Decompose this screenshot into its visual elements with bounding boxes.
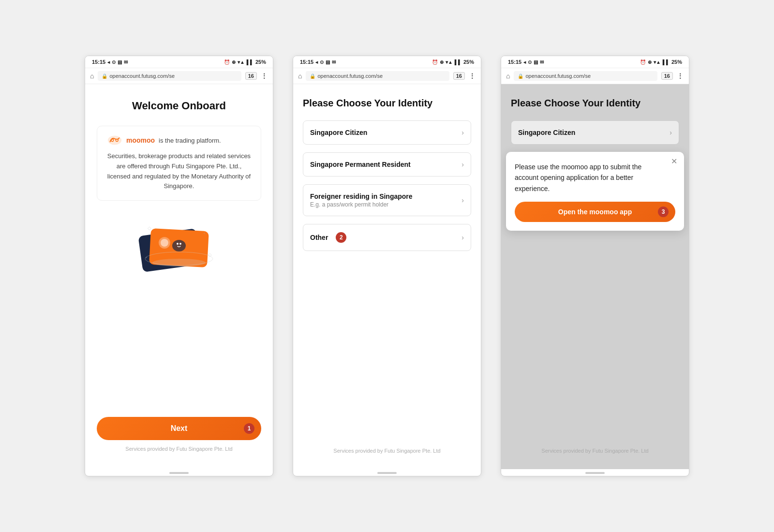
more-menu-1[interactable]: ⋮ — [261, 72, 268, 80]
welcome-card: moomoo is the trading platform. Securiti… — [97, 126, 261, 201]
message-icon-3: ✉ — [540, 59, 544, 65]
step-badge-3: 3 — [658, 207, 669, 217]
option-citizen-3: Singapore Citizen › — [511, 120, 679, 145]
step-badge-1: 1 — [244, 423, 254, 434]
message-icon-2: ✉ — [332, 59, 336, 65]
moomoo-logo-icon — [107, 135, 122, 146]
alarm-icon-2: ⏰ — [432, 59, 438, 65]
wifi-icon: ▾▲ — [238, 59, 245, 65]
home-icon-3[interactable]: ⌂ — [506, 72, 510, 80]
chevron-citizen-3: › — [670, 129, 672, 136]
tab-count-3[interactable]: 16 — [661, 72, 673, 80]
alarm-icon: ⏰ — [224, 59, 230, 65]
lock-icon-2: 🔒 — [310, 74, 315, 79]
address-bar-2: ⌂ 🔒 openaccount.futusg.com/se 16 ⋮ — [293, 68, 481, 84]
step-badge-2: 2 — [336, 232, 346, 243]
nfc-icon: ⊕ — [232, 59, 236, 65]
svg-point-3 — [112, 139, 113, 141]
nfc-icon-2: ⊕ — [440, 59, 444, 65]
status-bar-3: 15:15 ◂ ⊙ ▤ ✉ ⏰ ⊕ ▾▲ ▌▌ 25% — [501, 56, 689, 68]
option-pr-left: Singapore Permanent Resident — [310, 161, 411, 168]
home-icon-2[interactable]: ⌂ — [298, 72, 302, 80]
screen1-frame: 15:15 ◂ ⊙ ▤ ✉ ⏰ ⊕ ▾▲ ▌▌ 25% ⌂ 🔒 openacco… — [85, 56, 273, 476]
battery-3: 25% — [671, 59, 682, 65]
footer-1: Services provided by Futu Singapore Pte.… — [125, 446, 232, 459]
location-icon-2: ◂ — [315, 59, 318, 65]
status-left-2: 15:15 ◂ ⊙ ▤ ✉ — [300, 59, 336, 65]
address-bar-1: ⌂ 🔒 openaccount.futusg.com/se 16 ⋮ — [85, 68, 273, 84]
option-other-label: Other — [310, 234, 328, 241]
time-2: 15:15 — [300, 59, 313, 65]
cards-illustration: ◇ + + ◇ — [131, 218, 227, 276]
brand-name: moomoo — [126, 136, 155, 144]
chevron-other: › — [461, 234, 464, 241]
location-icon-3: ◂ — [523, 59, 526, 65]
chevron-pr: › — [461, 161, 464, 168]
url-bar-2[interactable]: 🔒 openaccount.futusg.com/se — [306, 71, 449, 81]
more-menu-3[interactable]: ⋮ — [677, 72, 684, 80]
tab-count-1[interactable]: 16 — [245, 72, 257, 80]
tab-count-2[interactable]: 16 — [453, 72, 465, 80]
scroll-indicator-1 — [169, 472, 189, 474]
option-citizen[interactable]: Singapore Citizen › — [303, 120, 471, 145]
modal-close-button[interactable]: ✕ — [671, 158, 677, 165]
address-bar-3: ⌂ 🔒 openaccount.futusg.com/se 16 ⋮ — [501, 68, 689, 84]
scroll-indicator-2 — [377, 472, 397, 474]
status-right-3: ⏰ ⊕ ▾▲ ▌▌ 25% — [640, 59, 682, 65]
open-moomoo-button[interactable]: Open the moomoo app 3 — [515, 202, 675, 222]
identity-title-2: Please Choose Your Identity — [303, 98, 471, 109]
option-citizen-label-3: Singapore Citizen — [518, 129, 575, 136]
modal-text: Please use the moomoo app to submit the … — [515, 162, 675, 194]
footer-3: Services provided by Futu Singapore Pte.… — [511, 448, 679, 461]
sim-icon-2: ⊙ — [320, 59, 324, 65]
url-bar-1[interactable]: 🔒 openaccount.futusg.com/se — [98, 71, 241, 81]
lock-icon-3: 🔒 — [518, 74, 523, 79]
welcome-section: Welcome Onboard moomoo is t — [85, 84, 273, 469]
status-right-1: ⏰ ⊕ ▾▲ ▌▌ 25% — [224, 59, 266, 65]
message-icon: ✉ — [124, 59, 128, 65]
logo-row: moomoo is the trading platform. — [107, 135, 251, 146]
option-foreigner-sub: E.g. a pass/work permit holder — [310, 201, 413, 208]
svg-point-11 — [179, 243, 181, 245]
url-bar-3[interactable]: 🔒 openaccount.futusg.com/se — [514, 71, 657, 81]
scroll-indicator-3 — [585, 472, 605, 474]
svg-point-4 — [116, 139, 118, 141]
welcome-title: Welcome Onboard — [132, 100, 226, 112]
wifi-icon-2: ▾▲ — [446, 59, 453, 65]
nfc-icon-3: ⊕ — [648, 59, 652, 65]
svg-point-0 — [108, 136, 121, 145]
more-menu-2[interactable]: ⋮ — [469, 72, 476, 80]
svg-text:◇: ◇ — [148, 225, 151, 231]
next-button[interactable]: Next 1 — [97, 417, 261, 440]
chevron-citizen: › — [461, 129, 464, 136]
sim-icon: ⊙ — [112, 59, 116, 65]
option-foreigner[interactable]: Foreigner residing in Singapore E.g. a p… — [303, 184, 471, 216]
identity-section-3: Please Choose Your Identity Singapore Ci… — [501, 84, 689, 469]
option-pr[interactable]: Singapore Permanent Resident › — [303, 152, 471, 177]
card-description: Securities, brokerage products and relat… — [107, 151, 251, 192]
lock-icon-1: 🔒 — [102, 74, 107, 79]
brand-tagline: is the trading platform. — [159, 137, 221, 144]
status-left-3: 15:15 ◂ ⊙ ▤ ✉ — [508, 59, 544, 65]
svg-text:+: + — [203, 231, 206, 236]
svg-point-9 — [172, 240, 186, 251]
home-icon-1[interactable]: ⌂ — [90, 72, 94, 80]
wifi-icon-3: ▾▲ — [654, 59, 661, 65]
notification-icon: ▤ — [118, 59, 122, 65]
svg-point-17 — [152, 259, 206, 266]
identity-section-2: Please Choose Your Identity Singapore Ci… — [293, 84, 481, 469]
option-other-left: Other 2 — [310, 232, 346, 243]
battery-2: 25% — [463, 59, 474, 65]
option-other[interactable]: Other 2 › — [303, 224, 471, 251]
screen2-content: Please Choose Your Identity Singapore Ci… — [293, 84, 481, 469]
moomoo-app-modal: ✕ Please use the moomoo app to submit th… — [506, 152, 684, 231]
screen3-content: Please Choose Your Identity Singapore Ci… — [501, 84, 689, 469]
status-right-2: ⏰ ⊕ ▾▲ ▌▌ 25% — [432, 59, 474, 65]
url-text-3: openaccount.futusg.com/se — [525, 73, 591, 79]
svg-point-10 — [177, 243, 179, 245]
identity-title-3: Please Choose Your Identity — [511, 98, 679, 109]
time-1: 15:15 — [92, 59, 105, 65]
battery-1: 25% — [255, 59, 266, 65]
signal-icon: ▌▌ — [247, 59, 253, 65]
option-foreigner-label: Foreigner residing in Singapore — [310, 192, 413, 200]
